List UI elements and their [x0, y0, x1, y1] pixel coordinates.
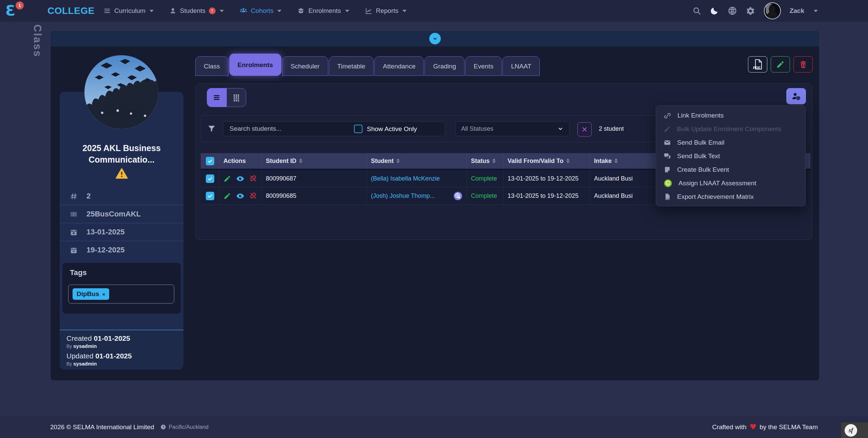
select-all-checkbox[interactable]	[206, 157, 214, 165]
menu-item-assign-lnaat[interactable]: Assign LNAAT Assessment	[656, 176, 805, 190]
menu-students[interactable]: Students !	[169, 7, 224, 15]
pdf-file-icon: PDF	[753, 59, 763, 70]
app-logo[interactable]: Ɛ 1	[5, 1, 26, 21]
menu-curriculum[interactable]: Curriculum	[103, 7, 154, 15]
gear-icon[interactable]	[746, 6, 755, 16]
note-icon	[664, 166, 671, 173]
moon-icon[interactable]	[710, 6, 719, 15]
tab-scheduler[interactable]: Scheduler	[282, 56, 328, 76]
eye-icon[interactable]	[236, 174, 244, 183]
unlink-icon[interactable]	[249, 192, 257, 200]
tab-enrolments[interactable]: Enrolments	[229, 54, 282, 76]
row-select-cell	[201, 187, 219, 204]
alert-badge: !	[209, 7, 216, 14]
tab-timetable[interactable]: Timetable	[329, 56, 374, 76]
tab-grading[interactable]: Grading	[425, 56, 465, 76]
valid-cell: 13-01-2025 to 19-12-2025	[504, 170, 590, 187]
updated-line: Updated 01-01-2025	[66, 352, 177, 360]
row-actions-cell	[219, 187, 262, 204]
unlink-icon[interactable]	[249, 174, 257, 183]
delete-class-button[interactable]	[793, 56, 813, 72]
edit-icon[interactable]	[223, 192, 231, 200]
row-checkbox[interactable]	[206, 174, 214, 183]
search-icon[interactable]	[692, 6, 701, 15]
header-actions: Actions	[219, 153, 262, 169]
edit-class-button[interactable]	[771, 56, 790, 72]
hash-icon	[70, 192, 78, 200]
show-active-label: Show Active Only	[367, 125, 417, 133]
sort-icon	[566, 159, 570, 163]
menu-item-send-bulk-email[interactable]: Send Bulk Email	[656, 136, 805, 149]
menu-label: Enrolments	[308, 7, 341, 15]
detail-row-code: 25BusComAKL	[60, 205, 183, 223]
main-panel: 2025 AKL Business Communicatio... 2	[50, 30, 820, 381]
remove-tag-icon[interactable]: ×	[102, 291, 105, 297]
updated-by: sysadmin	[73, 361, 97, 367]
export-pdf-button[interactable]: PDF	[748, 56, 767, 72]
student-link[interactable]: (Josh) Joshue Thomp...	[371, 192, 435, 200]
header-status[interactable]: Status	[467, 153, 504, 169]
user-gear-icon	[791, 91, 801, 101]
profiler-badge[interactable]: sf	[841, 422, 868, 438]
bulk-actions-menu: Link Enrolments Bulk Update Enrolment Co…	[656, 105, 806, 206]
class-code: 25BusComAKL	[86, 210, 141, 218]
header-student-id[interactable]: Student ID	[262, 153, 367, 169]
tags-input[interactable]: DipBus ×	[68, 285, 174, 304]
menu-item-export-matrix[interactable]: CSV Export Achievement Matrix	[656, 190, 805, 204]
chevron-down-icon	[220, 10, 224, 12]
timezone: Pacific/Auckland	[160, 424, 209, 430]
edit-icon[interactable]	[223, 175, 231, 183]
by-label: By	[66, 361, 72, 367]
detail-row-end-date: 19-12-2025	[60, 241, 183, 259]
tab-events[interactable]: Events	[465, 56, 502, 76]
menu-item-create-bulk-event[interactable]: Create Bulk Event	[656, 163, 805, 176]
menu-item-link-enrolments[interactable]: Link Enrolments	[656, 109, 805, 122]
sort-icon	[299, 159, 302, 163]
sort-icon	[396, 159, 400, 163]
header-valid[interactable]: Valid From/Valid To	[504, 153, 590, 169]
menu-enrolments[interactable]: Enrolments	[297, 7, 349, 15]
grid-view-button[interactable]	[226, 88, 246, 107]
footer: 2026 © SELMA International Limited Pacif…	[0, 416, 868, 438]
chevron-down-icon	[150, 10, 154, 12]
student-link[interactable]: (Bella) Isabella McKenzie	[371, 175, 440, 182]
chevron-down-icon[interactable]	[814, 10, 818, 12]
graduation-icon	[297, 7, 305, 15]
chevron-down-icon	[557, 125, 564, 132]
tab-attendance[interactable]: Attendance	[374, 56, 424, 76]
tag-text: DipBus	[77, 290, 99, 298]
side-tab-class[interactable]: Class	[31, 24, 43, 58]
list-icon	[103, 7, 111, 15]
class-tabs: Class Enrolments Scheduler Timetable Att…	[195, 56, 540, 76]
header-student[interactable]: Student	[367, 153, 467, 169]
bulk-actions-button[interactable]	[786, 88, 806, 104]
tab-lnaat[interactable]: LNAAT	[502, 56, 540, 76]
timezone-text: Pacific/Auckland	[169, 424, 209, 430]
collapse-button[interactable]	[429, 33, 441, 44]
clear-filters-button[interactable]	[577, 122, 592, 137]
warning-icon[interactable]	[115, 168, 128, 179]
crafted-prefix: Crafted with	[712, 423, 746, 431]
list-view-button[interactable]	[207, 88, 226, 107]
class-info-card: 2025 AKL Business Communicatio... 2	[60, 92, 183, 370]
row-checkbox[interactable]	[206, 192, 214, 200]
globe-icon[interactable]	[728, 6, 737, 16]
eye-icon[interactable]	[236, 192, 244, 200]
avatar[interactable]	[764, 2, 781, 19]
show-active-checkbox[interactable]	[354, 125, 362, 133]
brand-title: COLLEGE	[47, 0, 95, 22]
student-cell: (Bella) Isabella McKenzie	[367, 170, 467, 187]
status-cell: Complete	[467, 170, 504, 187]
lnaat-logo-icon	[664, 179, 672, 188]
status-filter-select[interactable]: All Statuses	[455, 121, 570, 136]
student-id-cell: 800990685	[262, 187, 367, 204]
menu-reports[interactable]: Reports	[365, 7, 407, 15]
tab-class[interactable]: Class	[195, 56, 229, 76]
created-date: 01-01-2025	[94, 334, 130, 342]
menu-cohorts[interactable]: Cohorts	[239, 7, 282, 15]
globe-badge-icon[interactable]	[453, 191, 462, 201]
created-by-line: By sysadmin	[66, 343, 177, 349]
user-name[interactable]: Zack	[790, 7, 804, 15]
menu-label: Cohorts	[251, 7, 274, 15]
menu-item-send-bulk-text[interactable]: Send Bulk Text	[656, 149, 805, 163]
